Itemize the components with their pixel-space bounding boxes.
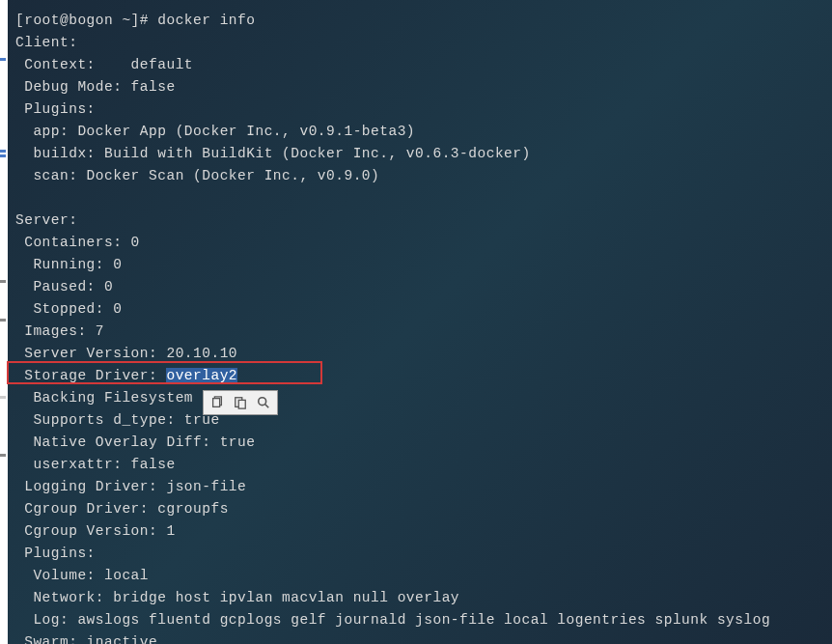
client-header: Client: <box>15 32 832 54</box>
paste-icon[interactable] <box>233 395 248 410</box>
svg-rect-0 <box>213 399 220 407</box>
network-plugin: Network: bridge host ipvlan macvlan null… <box>15 587 832 609</box>
blank-line <box>15 187 832 210</box>
command-prompt: [root@bogon ~]# docker info <box>15 10 832 32</box>
backing-filesystem: Backing Filesystem <box>15 387 832 409</box>
server-paused: Paused: 0 <box>15 276 832 298</box>
server-images: Images: 7 <box>15 321 832 343</box>
copy-icon[interactable] <box>209 395 225 410</box>
left-sidebar <box>0 0 8 644</box>
plugin-scan: scan: Docker Scan (Docker Inc., v0.9.0) <box>15 165 832 187</box>
client-debug-mode: Debug Mode: false <box>15 76 832 98</box>
search-icon[interactable] <box>256 395 271 410</box>
storage-driver: Storage Driver: overlay2 <box>15 365 832 387</box>
plugin-buildx: buildx: Build with BuildKit (Docker Inc.… <box>15 143 832 165</box>
terminal-output: [root@bogon ~]# docker info Client: Cont… <box>15 10 832 644</box>
client-plugins-header: Plugins: <box>15 98 832 121</box>
server-containers: Containers: 0 <box>15 232 832 254</box>
storage-driver-label: Storage Driver: <box>15 368 166 383</box>
client-context: Context: default <box>15 54 832 76</box>
server-plugins-header: Plugins: <box>15 543 832 565</box>
server-version: Server Version: 20.10.10 <box>15 343 832 365</box>
cgroup-version: Cgroup Version: 1 <box>15 520 832 543</box>
log-plugin: Log: awslogs fluentd gcplogs gelf journa… <box>15 609 832 631</box>
plugin-app: app: Docker App (Docker Inc., v0.9.1-bet… <box>15 121 832 143</box>
userxattr: userxattr: false <box>15 454 832 476</box>
svg-line-4 <box>265 405 269 408</box>
supports-dtype: Supports d_type: true <box>15 409 832 432</box>
logging-driver: Logging Driver: json-file <box>15 476 832 498</box>
volume-plugin: Volume: local <box>15 565 832 587</box>
svg-rect-2 <box>238 400 245 408</box>
server-header: Server: <box>15 210 832 232</box>
native-overlay: Native Overlay Diff: true <box>15 432 832 454</box>
selection-toolbar <box>203 390 278 415</box>
server-stopped: Stopped: 0 <box>15 298 832 321</box>
cgroup-driver: Cgroup Driver: cgroupfs <box>15 498 832 520</box>
server-running: Running: 0 <box>15 254 832 276</box>
storage-driver-value: overlay2 <box>166 368 237 383</box>
svg-point-3 <box>259 398 266 406</box>
swarm: Swarm: inactive <box>15 631 832 644</box>
